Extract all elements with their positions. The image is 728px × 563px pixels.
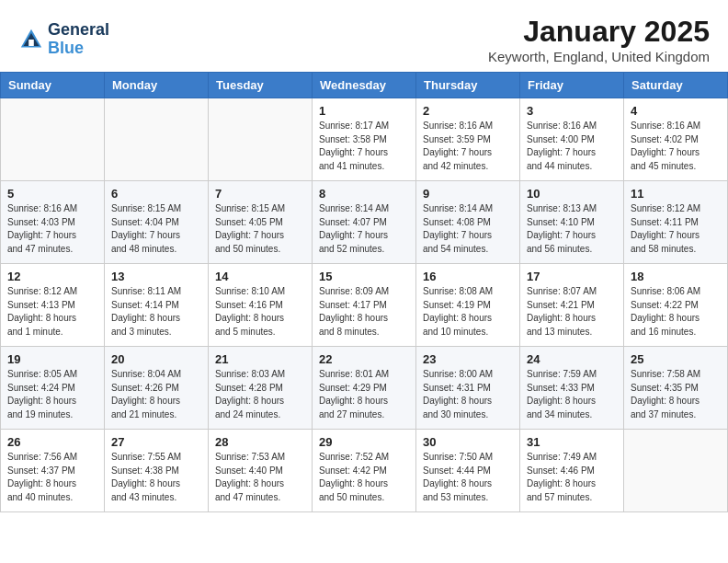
col-sunday: Sunday: [1, 73, 105, 98]
day-info-line: Daylight: 7 hours: [111, 229, 201, 243]
day-info-line: Daylight: 7 hours: [527, 146, 617, 160]
table-row: 13Sunrise: 8:11 AMSunset: 4:14 PMDayligh…: [105, 264, 209, 347]
day-info-line: Sunrise: 8:12 AM: [631, 202, 721, 216]
day-info-line: Daylight: 8 hours: [319, 312, 409, 326]
table-row: 18Sunrise: 8:06 AMSunset: 4:22 PMDayligh…: [624, 264, 728, 347]
day-info-line: Daylight: 7 hours: [631, 229, 721, 243]
day-info-line: Sunset: 4:38 PM: [111, 465, 201, 478]
day-info-line: Sunrise: 8:15 AM: [215, 202, 305, 216]
table-row: 2Sunrise: 8:16 AMSunset: 3:59 PMDaylight…: [416, 98, 520, 181]
day-info-line: Sunrise: 8:08 AM: [423, 285, 513, 299]
day-info-line: and 13 minutes.: [527, 326, 617, 339]
day-info-line: Daylight: 7 hours: [527, 229, 617, 243]
day-info-line: and 5 minutes.: [215, 326, 305, 339]
table-row: 31Sunrise: 7:49 AMSunset: 4:46 PMDayligh…: [520, 430, 624, 512]
day-info-line: Sunrise: 7:53 AM: [215, 451, 305, 465]
logo-line1: General: [48, 21, 109, 40]
location: Keyworth, England, United Kingdom: [488, 49, 710, 64]
day-number: 22: [319, 352, 409, 366]
day-info-line: and 48 minutes.: [111, 243, 201, 257]
calendar-week-row: 19Sunrise: 8:05 AMSunset: 4:24 PMDayligh…: [1, 347, 728, 430]
day-info-line: Sunset: 4:00 PM: [527, 133, 617, 147]
day-info-line: and 1 minute.: [7, 326, 97, 339]
table-row: 14Sunrise: 8:10 AMSunset: 4:16 PMDayligh…: [209, 264, 313, 347]
day-number: 13: [111, 270, 201, 283]
col-wednesday: Wednesday: [313, 73, 416, 98]
table-row: 20Sunrise: 8:04 AMSunset: 4:26 PMDayligh…: [105, 347, 209, 430]
table-row: 24Sunrise: 7:59 AMSunset: 4:33 PMDayligh…: [520, 347, 624, 430]
day-number: 16: [423, 270, 513, 283]
table-row: 15Sunrise: 8:09 AMSunset: 4:17 PMDayligh…: [313, 264, 416, 347]
day-number: 6: [111, 187, 201, 201]
day-info-line: and 24 minutes.: [215, 408, 305, 422]
day-info-line: and 27 minutes.: [319, 408, 409, 422]
logo-line2: Blue: [48, 40, 109, 58]
day-info-line: Sunrise: 7:55 AM: [111, 451, 201, 465]
day-number: 14: [215, 270, 305, 283]
day-info-line: Sunset: 4:19 PM: [423, 299, 513, 313]
day-info-line: and 45 minutes.: [631, 160, 721, 174]
day-number: 15: [319, 270, 409, 283]
day-info-line: Sunset: 4:13 PM: [7, 299, 97, 313]
day-info-line: Sunset: 4:02 PM: [631, 133, 721, 147]
day-number: 27: [111, 435, 201, 449]
table-row: [105, 98, 209, 181]
day-number: 1: [319, 104, 409, 118]
day-info-line: Sunset: 4:29 PM: [319, 382, 409, 396]
day-info-line: Sunset: 3:58 PM: [319, 133, 409, 147]
table-row: 28Sunrise: 7:53 AMSunset: 4:40 PMDayligh…: [209, 430, 313, 512]
day-info-line: Daylight: 8 hours: [7, 312, 97, 326]
day-info-line: Daylight: 7 hours: [7, 229, 97, 243]
table-row: 19Sunrise: 8:05 AMSunset: 4:24 PMDayligh…: [1, 347, 105, 430]
day-number: 2: [423, 104, 513, 118]
day-info-line: Daylight: 8 hours: [111, 395, 201, 408]
day-info-line: and 8 minutes.: [319, 326, 409, 339]
table-row: 7Sunrise: 8:15 AMSunset: 4:05 PMDaylight…: [209, 181, 313, 264]
table-row: 25Sunrise: 7:58 AMSunset: 4:35 PMDayligh…: [624, 347, 728, 430]
table-row: 9Sunrise: 8:14 AMSunset: 4:08 PMDaylight…: [416, 181, 520, 264]
day-info-line: Daylight: 7 hours: [319, 229, 409, 243]
day-number: 10: [527, 187, 617, 201]
day-number: 21: [215, 352, 305, 366]
day-info-line: and 34 minutes.: [527, 408, 617, 422]
day-info-line: Daylight: 8 hours: [215, 395, 305, 408]
day-info-line: and 44 minutes.: [527, 160, 617, 174]
day-info-line: Sunset: 4:44 PM: [423, 465, 513, 478]
day-info-line: and 10 minutes.: [423, 326, 513, 339]
day-info-line: Daylight: 7 hours: [631, 146, 721, 160]
table-row: 27Sunrise: 7:55 AMSunset: 4:38 PMDayligh…: [105, 430, 209, 512]
day-info-line: Sunrise: 8:01 AM: [319, 368, 409, 382]
table-row: [624, 430, 728, 512]
table-row: 29Sunrise: 7:52 AMSunset: 4:42 PMDayligh…: [313, 430, 416, 512]
day-number: 24: [527, 352, 617, 366]
day-info-line: Daylight: 8 hours: [319, 477, 409, 491]
day-info-line: Daylight: 7 hours: [215, 229, 305, 243]
day-info-line: Sunset: 4:16 PM: [215, 299, 305, 313]
day-info-line: Sunrise: 8:03 AM: [215, 368, 305, 382]
day-info-line: Sunrise: 8:07 AM: [527, 285, 617, 299]
day-info-line: Sunrise: 7:49 AM: [527, 451, 617, 465]
logo-icon: [18, 27, 44, 52]
day-info-line: Sunset: 4:07 PM: [319, 216, 409, 230]
day-info-line: Daylight: 8 hours: [7, 477, 97, 491]
table-row: 6Sunrise: 8:15 AMSunset: 4:04 PMDaylight…: [105, 181, 209, 264]
day-number: 23: [423, 352, 513, 366]
day-info-line: Daylight: 8 hours: [423, 477, 513, 491]
day-info-line: Sunrise: 8:12 AM: [7, 285, 97, 299]
title-block: January 2025 Keyworth, England, United K…: [488, 15, 710, 64]
table-row: 3Sunrise: 8:16 AMSunset: 4:00 PMDaylight…: [520, 98, 624, 181]
table-row: 5Sunrise: 8:16 AMSunset: 4:03 PMDaylight…: [1, 181, 105, 264]
col-friday: Friday: [520, 73, 624, 98]
calendar-week-row: 5Sunrise: 8:16 AMSunset: 4:03 PMDaylight…: [1, 181, 728, 264]
col-tuesday: Tuesday: [209, 73, 313, 98]
day-info-line: and 57 minutes.: [527, 491, 617, 505]
table-row: 21Sunrise: 8:03 AMSunset: 4:28 PMDayligh…: [209, 347, 313, 430]
day-info-line: and 40 minutes.: [7, 491, 97, 505]
day-info-line: and 56 minutes.: [527, 243, 617, 257]
table-row: 1Sunrise: 8:17 AMSunset: 3:58 PMDaylight…: [313, 98, 416, 181]
day-info-line: Sunset: 4:26 PM: [111, 382, 201, 396]
day-info-line: Sunrise: 8:05 AM: [7, 368, 97, 382]
table-row: 8Sunrise: 8:14 AMSunset: 4:07 PMDaylight…: [313, 181, 416, 264]
day-info-line: Sunset: 4:17 PM: [319, 299, 409, 313]
day-info-line: Sunset: 4:33 PM: [527, 382, 617, 396]
